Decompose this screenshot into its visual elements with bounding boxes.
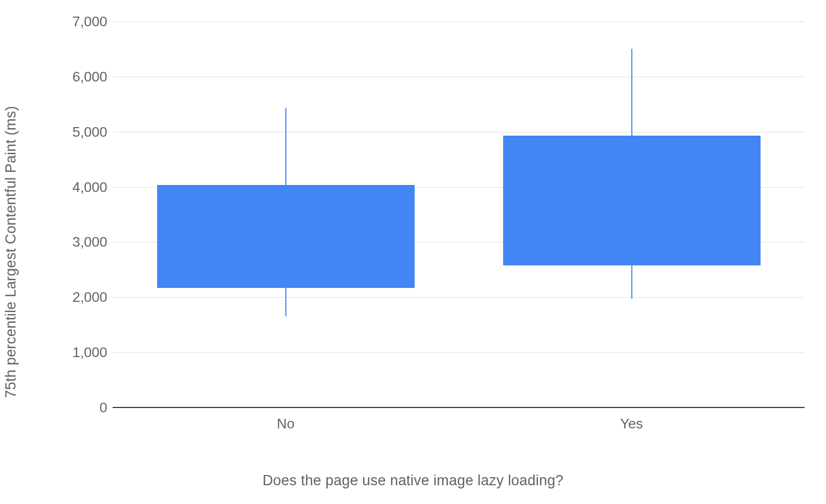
box xyxy=(157,185,415,287)
x-axis-baseline xyxy=(113,407,805,408)
gridline xyxy=(113,77,805,77)
y-tick-label: 1,000 xyxy=(72,344,107,361)
box xyxy=(503,136,761,265)
y-tick-label: 5,000 xyxy=(72,123,107,140)
y-tick-label: 2,000 xyxy=(72,289,107,306)
y-axis-title: 75th percentile Largest Contentful Paint… xyxy=(3,106,19,398)
y-tick-label: 3,000 xyxy=(72,234,107,250)
gridline xyxy=(113,21,805,22)
y-tick-label: 4,000 xyxy=(72,179,107,195)
gridline xyxy=(113,297,805,298)
x-axis-title: Does the page use native image lazy load… xyxy=(0,472,826,489)
y-tick-label: 6,000 xyxy=(72,68,107,85)
gridline xyxy=(113,132,805,132)
y-tick-label: 7,000 xyxy=(72,13,107,30)
x-tick-label: No xyxy=(277,416,294,432)
plot-area: 01,0002,0003,0004,0005,0006,0007,000NoYe… xyxy=(113,21,805,407)
x-tick-label: Yes xyxy=(620,416,643,432)
boxplot-chart: 75th percentile Largest Contentful Paint… xyxy=(0,0,826,504)
y-tick-label: 0 xyxy=(100,399,107,416)
gridline xyxy=(113,352,805,353)
